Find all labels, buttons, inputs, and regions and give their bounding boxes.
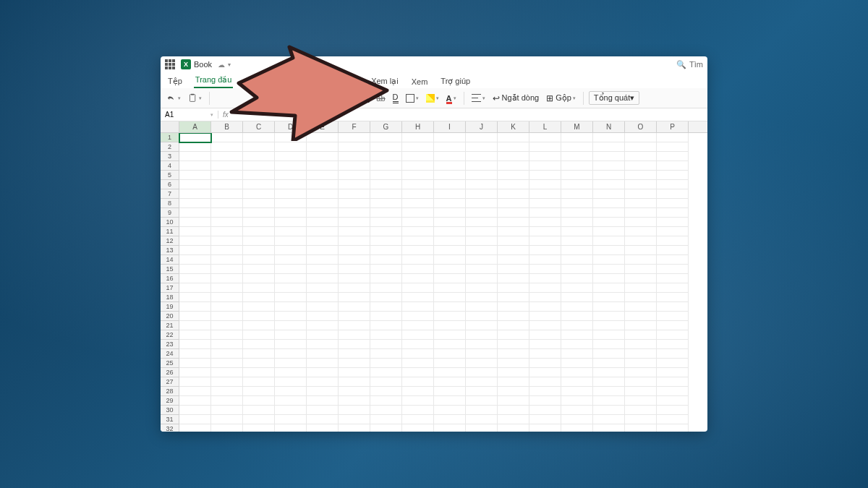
cell[interactable] xyxy=(307,330,339,340)
cell[interactable] xyxy=(243,255,275,265)
cell[interactable] xyxy=(498,152,529,161)
paste-button[interactable]: ▾ xyxy=(186,92,204,104)
cell[interactable] xyxy=(529,396,561,406)
cell[interactable] xyxy=(402,349,434,359)
cell[interactable] xyxy=(466,227,498,236)
cell[interactable] xyxy=(498,302,529,312)
cell[interactable] xyxy=(657,302,689,312)
cell[interactable] xyxy=(307,236,339,246)
cell[interactable] xyxy=(339,265,370,274)
cell[interactable] xyxy=(370,199,402,208)
cell[interactable] xyxy=(625,359,657,368)
cell[interactable] xyxy=(593,349,625,359)
cell[interactable] xyxy=(179,406,211,415)
cell[interactable] xyxy=(657,236,689,246)
cell[interactable] xyxy=(307,302,339,312)
cell[interactable] xyxy=(498,199,529,208)
cell[interactable] xyxy=(307,424,339,432)
cell[interactable] xyxy=(307,171,339,180)
cell[interactable] xyxy=(498,415,529,424)
cell[interactable] xyxy=(307,321,339,330)
cell[interactable] xyxy=(466,312,498,321)
cell[interactable] xyxy=(593,321,625,330)
cell[interactable] xyxy=(211,142,243,152)
cell[interactable] xyxy=(275,199,307,208)
cell[interactable] xyxy=(561,321,593,330)
cell[interactable] xyxy=(339,133,370,142)
cell[interactable] xyxy=(211,283,243,293)
cell[interactable] xyxy=(211,133,243,142)
cell[interactable] xyxy=(529,246,561,255)
cell[interactable] xyxy=(529,208,561,218)
cell[interactable] xyxy=(179,133,211,142)
row-header[interactable]: 16 xyxy=(161,274,179,283)
cell[interactable] xyxy=(625,283,657,293)
cell[interactable] xyxy=(211,293,243,302)
cell[interactable] xyxy=(529,368,561,377)
cell[interactable] xyxy=(561,255,593,265)
cell[interactable] xyxy=(243,340,275,349)
merge-button[interactable]: ⊞Gộp▾ xyxy=(544,92,578,105)
cell[interactable] xyxy=(625,161,657,171)
cell[interactable] xyxy=(657,368,689,377)
cell[interactable] xyxy=(402,293,434,302)
cell[interactable] xyxy=(275,218,307,227)
cell[interactable] xyxy=(529,199,561,208)
cell[interactable] xyxy=(243,415,275,424)
cell[interactable] xyxy=(657,424,689,432)
column-header[interactable]: I xyxy=(434,121,466,132)
cell[interactable] xyxy=(179,274,211,283)
column-header[interactable]: B xyxy=(211,121,243,132)
cell[interactable] xyxy=(339,293,370,302)
cell[interactable] xyxy=(275,302,307,312)
cell[interactable] xyxy=(370,161,402,171)
cell[interactable] xyxy=(211,236,243,246)
cell[interactable] xyxy=(593,133,625,142)
cell[interactable] xyxy=(402,387,434,396)
cell[interactable] xyxy=(370,321,402,330)
cell[interactable] xyxy=(593,406,625,415)
cell[interactable] xyxy=(434,368,466,377)
cell[interactable] xyxy=(498,368,529,377)
cell[interactable] xyxy=(498,359,529,368)
cell[interactable] xyxy=(339,161,370,171)
row-header[interactable]: 26 xyxy=(161,368,179,377)
cell[interactable] xyxy=(243,302,275,312)
cell[interactable] xyxy=(657,161,689,171)
cell[interactable] xyxy=(243,274,275,283)
row-header[interactable]: 32 xyxy=(161,424,179,432)
cell[interactable] xyxy=(402,312,434,321)
cell[interactable] xyxy=(402,321,434,330)
row-header[interactable]: 31 xyxy=(161,415,179,424)
row-header[interactable]: 23 xyxy=(161,340,179,349)
cell[interactable] xyxy=(339,218,370,227)
cell[interactable] xyxy=(179,368,211,377)
cell[interactable] xyxy=(243,406,275,415)
cell[interactable] xyxy=(657,274,689,283)
cell[interactable] xyxy=(179,359,211,368)
cell[interactable] xyxy=(466,255,498,265)
cell[interactable] xyxy=(466,171,498,180)
cell[interactable] xyxy=(561,293,593,302)
cell[interactable] xyxy=(529,340,561,349)
cell[interactable] xyxy=(466,142,498,152)
cell[interactable] xyxy=(529,142,561,152)
cell[interactable] xyxy=(498,265,529,274)
number-format-select[interactable]: Tổng quát ▾ xyxy=(589,91,639,105)
cell[interactable] xyxy=(593,415,625,424)
cell[interactable] xyxy=(561,312,593,321)
cell[interactable] xyxy=(657,218,689,227)
cell[interactable] xyxy=(561,368,593,377)
cell[interactable] xyxy=(498,161,529,171)
cell[interactable] xyxy=(625,255,657,265)
cell[interactable] xyxy=(529,218,561,227)
cell[interactable] xyxy=(529,293,561,302)
cell[interactable] xyxy=(657,330,689,340)
cell[interactable] xyxy=(243,180,275,189)
cell[interactable] xyxy=(370,302,402,312)
cell[interactable] xyxy=(402,142,434,152)
cell[interactable] xyxy=(466,302,498,312)
row-header[interactable]: 4 xyxy=(161,161,179,171)
cell[interactable] xyxy=(466,415,498,424)
row-header[interactable]: 2 xyxy=(161,142,179,152)
